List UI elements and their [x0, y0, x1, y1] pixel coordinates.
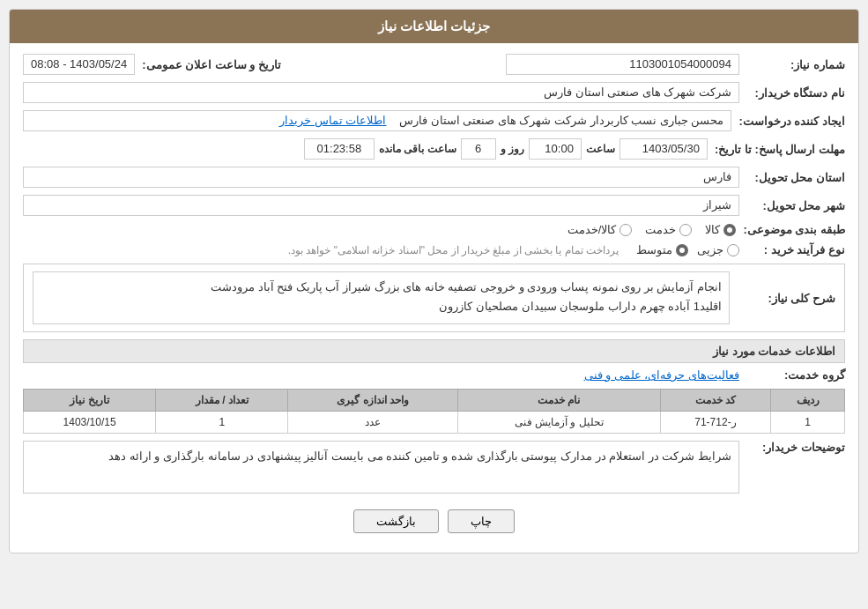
row-process: نوع فرآیند خرید : جزیی متوسط پرداخت تمام…	[23, 243, 845, 256]
announce-value: 1403/05/24 - 08:08	[23, 54, 135, 75]
buyer-notes-value: شرایط شرکت در استعلام در مدارک پیوستی با…	[23, 441, 739, 494]
announce-label: تاریخ و ساعت اعلان عمومی:	[135, 58, 288, 71]
page-title: جزئیات اطلاعات نیاز	[378, 19, 490, 33]
deadline-time: 10:00	[529, 138, 582, 160]
deadline-remaining: 01:23:58	[304, 138, 375, 160]
deadline-days: 6	[461, 138, 496, 160]
col-date: تاریخ نیاز	[24, 390, 156, 412]
row-creator: ایجاد کننده درخواست: محسن جباری نسب کارب…	[23, 110, 845, 131]
process-option-joz[interactable]: جزیی	[697, 243, 739, 256]
row-description: شرح کلی نیاز: انجام آزمایش بر روی نمونه …	[33, 271, 835, 324]
creator-text: محسن جباری نسب کاربردار شرکت شهرک های صن…	[399, 114, 724, 127]
row-buyer-notes: توضیحات خریدار: شرایط شرکت در استعلام در…	[23, 441, 845, 494]
city-value: شیراز	[23, 195, 739, 216]
city-label: شهر محل تحویل:	[739, 199, 845, 212]
description-text: انجام آزمایش بر روی نمونه پساب ورودی و خ…	[211, 280, 722, 313]
page-container: جزئیات اطلاعات نیاز شماره نیاز: 11030010…	[0, 0, 868, 609]
main-card: جزئیات اطلاعات نیاز شماره نیاز: 11030010…	[9, 9, 859, 553]
buyer-notes-label: توضیحات خریدار:	[739, 441, 845, 454]
category-option-2[interactable]: خدمت	[645, 223, 692, 236]
col-code: کد خدمت	[660, 390, 771, 412]
radio-joz	[727, 244, 739, 256]
category-kala-label: کالا	[705, 223, 720, 236]
cell-date: 1403/10/15	[24, 412, 156, 434]
description-label: شرح کلی نیاز:	[730, 292, 835, 305]
card-header: جزئیات اطلاعات نیاز	[10, 10, 858, 43]
print-button[interactable]: چاپ	[448, 509, 515, 533]
radio-kala-khedmat	[619, 224, 632, 236]
cell-unit: عدد	[288, 412, 457, 434]
creator-label: ایجاد کننده درخواست:	[731, 115, 845, 128]
contact-link[interactable]: اطلاعات تماس خریدار	[279, 114, 386, 127]
service-group-label: گروه خدمت:	[739, 368, 845, 382]
category-khedmat-label: خدمت	[645, 223, 676, 236]
row-province: استان محل تحویل: فارس	[23, 167, 845, 188]
category-label: طبقه بندی موضوعی:	[736, 223, 845, 236]
cell-code: ر-712-71	[660, 412, 771, 434]
province-value: فارس	[23, 167, 739, 188]
deadline-date: 1403/05/30	[619, 138, 708, 160]
row-service-group: گروه خدمت: فعالیت‌های حرفه‌ای، علمی و فن…	[23, 368, 845, 382]
cell-name: تحلیل و آزمایش فنی	[457, 412, 660, 434]
process-note: پرداخت تمام یا بخشی از مبلغ خریدار از مح…	[288, 244, 619, 256]
process-option-mota[interactable]: متوسط	[636, 243, 688, 256]
description-section: شرح کلی نیاز: انجام آزمایش بر روی نمونه …	[23, 264, 845, 332]
col-name: نام خدمت	[457, 390, 660, 412]
row-neeaz-number: شماره نیاز: 1103001054000094 تاریخ و ساع…	[23, 54, 845, 75]
button-row: چاپ بازگشت	[23, 501, 845, 542]
radio-mota	[676, 244, 688, 256]
radio-khedmat	[679, 224, 692, 236]
province-label: استان محل تحویل:	[739, 171, 845, 184]
category-option-1[interactable]: کالا	[705, 223, 736, 236]
card-body: شماره نیاز: 1103001054000094 تاریخ و ساع…	[10, 43, 858, 553]
description-value: انجام آزمایش بر روی نمونه پساب ورودی و خ…	[33, 271, 730, 324]
row-deadline: مهلت ارسال پاسخ: تا تاریخ: 1403/05/30 سا…	[23, 138, 845, 160]
buyer-org-label: نام دستگاه خریدار:	[739, 86, 845, 100]
row-buyer-org: نام دستگاه خریدار: شرکت شهرک های صنعتی ا…	[23, 82, 845, 103]
process-label: نوع فرآیند خرید :	[739, 243, 845, 256]
neeaz-number-value: 1103001054000094	[506, 54, 739, 75]
service-section-header: اطلاعات خدمات مورد نیاز	[23, 339, 845, 363]
deadline-time-label: ساعت	[586, 143, 615, 155]
process-mota-label: متوسط	[636, 243, 672, 256]
col-row: ردیف	[771, 390, 845, 412]
buyer-notes-text: شرایط شرکت در استعلام در مدارک پیوستی با…	[108, 449, 731, 463]
category-radio-group: کالا خدمت کالا/خدمت	[568, 223, 737, 236]
services-table: ردیف کد خدمت نام خدمت واحد اندازه گیری ت…	[23, 389, 845, 434]
row-city: شهر محل تحویل: شیراز	[23, 195, 845, 216]
buyer-org-value: شرکت شهرک های صنعتی استان فارس	[23, 82, 739, 103]
cell-row: 1	[771, 412, 845, 434]
category-kala-khedmat-label: کالا/خدمت	[568, 223, 617, 236]
process-options: جزیی متوسط پرداخت تمام یا بخشی از مبلغ خ…	[288, 243, 739, 256]
creator-value: محسن جباری نسب کاربردار شرکت شهرک های صن…	[23, 110, 731, 131]
row-category: طبقه بندی موضوعی: کالا خدمت کالا/خدمت	[23, 223, 845, 236]
back-button[interactable]: بازگشت	[353, 509, 439, 533]
cell-qty: 1	[156, 412, 288, 434]
category-option-3[interactable]: کالا/خدمت	[568, 223, 633, 236]
col-qty: تعداد / مقدار	[156, 390, 288, 412]
process-joz-label: جزیی	[697, 243, 723, 256]
table-row: 1 ر-712-71 تحلیل و آزمایش فنی عدد 1 1403…	[24, 412, 845, 434]
neeaz-number-label: شماره نیاز:	[739, 58, 845, 71]
deadline-remaining-label: ساعت باقی مانده	[379, 143, 456, 155]
radio-kala	[723, 224, 736, 236]
deadline-days-label: روز و	[501, 143, 524, 155]
deadline-label: مهلت ارسال پاسخ: تا تاریخ:	[708, 143, 845, 156]
service-group-value[interactable]: فعالیت‌های حرفه‌ای، علمی و فنی	[584, 368, 739, 382]
col-unit: واحد اندازه گیری	[288, 390, 457, 412]
